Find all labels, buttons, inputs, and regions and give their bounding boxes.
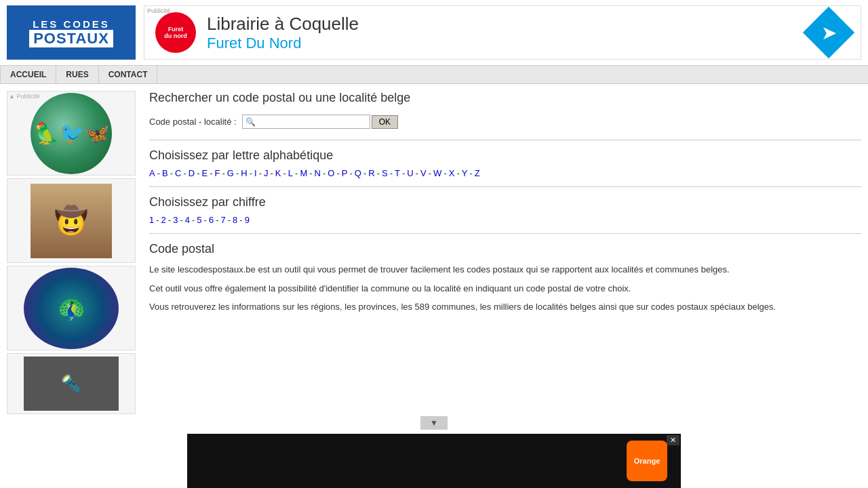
- furet-direction-icon: ➤: [803, 7, 854, 58]
- navigation: ACCUEIL RUES CONTACT: [0, 65, 868, 84]
- alpha-separator: -: [336, 168, 339, 178]
- alpha-link-r[interactable]: R: [368, 168, 374, 178]
- alphabet-links: A - B - C - D - E - F - G - H - I - J - …: [149, 168, 861, 178]
- nav-rues[interactable]: RUES: [56, 66, 98, 83]
- number-separator: -: [156, 215, 159, 225]
- postal-info-para2: Cet outil vous offre également la possib…: [149, 282, 861, 296]
- content-area: Rechercher un code postal ou une localit…: [149, 91, 861, 417]
- alpha-link-u[interactable]: U: [407, 168, 413, 178]
- birds-decoration: 🦜🐦🦋: [31, 93, 112, 174]
- alpha-separator: -: [270, 168, 273, 178]
- alpha-separator: -: [456, 168, 459, 178]
- alpha-separator: -: [429, 168, 431, 178]
- number-link-7[interactable]: 7: [220, 215, 225, 225]
- furet-logo: Furetdu nord: [155, 12, 196, 53]
- nav-contact[interactable]: CONTACT: [99, 66, 158, 83]
- alpha-link-z[interactable]: Z: [475, 168, 480, 178]
- alpha-link-k[interactable]: K: [275, 168, 281, 178]
- alpha-link-p[interactable]: P: [342, 168, 348, 178]
- divider-1: [149, 140, 861, 140]
- search-input-wrap: 🔍: [242, 115, 370, 129]
- logo-les: LES CODES: [33, 18, 110, 30]
- alpha-link-o[interactable]: O: [328, 168, 334, 178]
- number-separator: -: [192, 215, 195, 225]
- alpha-link-l[interactable]: L: [288, 168, 293, 178]
- chevron-down-icon: ▼: [430, 418, 438, 424]
- alpha-separator: -: [197, 168, 199, 178]
- postal-info-para3: Vous retrouverez les informations sur le…: [149, 300, 861, 314]
- alpha-separator: -: [236, 168, 239, 178]
- alpha-link-i[interactable]: I: [254, 168, 257, 178]
- alpha-separator: -: [416, 168, 418, 178]
- alpha-separator: -: [170, 168, 173, 178]
- alpha-separator: -: [210, 168, 212, 178]
- alpha-separator: -: [309, 168, 312, 178]
- alpha-separator: -: [323, 168, 326, 178]
- number-link-3[interactable]: 3: [173, 215, 178, 225]
- scroll-down-button[interactable]: ▼: [420, 416, 448, 424]
- alpha-link-q[interactable]: Q: [355, 168, 361, 178]
- number-link-4[interactable]: 4: [185, 215, 190, 225]
- number-separator: -: [228, 215, 231, 225]
- sidebar-ad-torch: 🔦: [7, 353, 136, 414]
- alpha-link-t[interactable]: T: [395, 168, 400, 178]
- alpha-link-c[interactable]: C: [175, 168, 181, 178]
- number-title: Choisissez par chiffre: [149, 195, 861, 209]
- furet-text: Librairie à Coquelle Furet Du Nord: [207, 14, 359, 52]
- cowboy-decoration: 🤠: [31, 184, 112, 258]
- postal-info-para1: Le site lescodespostaux.be est un outil …: [149, 263, 861, 277]
- sidebar-cowboy-image: 🤠: [7, 179, 135, 262]
- alpha-separator: -: [402, 168, 405, 178]
- alpha-separator: -: [443, 168, 446, 178]
- sidebar-torch-image: 🔦: [7, 354, 135, 413]
- alphabet-section: Choisissez par lettre alphabétique A - B…: [149, 148, 861, 178]
- alpha-link-b[interactable]: B: [162, 168, 168, 178]
- number-link-8[interactable]: 8: [233, 215, 237, 225]
- alpha-separator: -: [183, 168, 186, 178]
- number-link-6[interactable]: 6: [209, 215, 214, 225]
- search-title: Rechercher un code postal ou une localit…: [149, 91, 861, 105]
- alpha-separator: -: [259, 168, 262, 178]
- number-link-1[interactable]: 1: [149, 215, 154, 225]
- number-separator: -: [204, 215, 207, 225]
- alpha-separator: -: [469, 168, 472, 178]
- alpha-link-v[interactable]: V: [420, 168, 427, 178]
- alpha-link-y[interactable]: Y: [462, 168, 468, 178]
- peacock-decoration: 🦚: [24, 268, 119, 349]
- number-link-5[interactable]: 5: [197, 215, 201, 225]
- number-link-2[interactable]: 2: [161, 215, 166, 225]
- furet-subtitle: Furet Du Nord: [207, 35, 359, 52]
- alpha-link-e[interactable]: E: [202, 168, 208, 178]
- alpha-link-d[interactable]: D: [189, 168, 195, 178]
- torch-decoration: 🔦: [24, 357, 119, 411]
- alpha-link-a[interactable]: A: [149, 168, 155, 178]
- search-label: Code postal - localité :: [149, 117, 237, 127]
- nav-accueil[interactable]: ACCUEIL: [0, 66, 56, 83]
- arrow-icon: ➤: [821, 22, 837, 44]
- alpha-link-m[interactable]: M: [300, 168, 307, 178]
- divider-3: [149, 233, 861, 234]
- alpha-separator: -: [363, 168, 366, 178]
- alpha-link-f[interactable]: F: [215, 168, 220, 178]
- alpha-separator: -: [157, 168, 160, 178]
- alpha-link-s[interactable]: S: [382, 168, 388, 178]
- search-input[interactable]: [258, 117, 367, 127]
- alpha-link-h[interactable]: H: [241, 168, 247, 178]
- site-logo[interactable]: LES CODES POSTAUX: [7, 5, 136, 60]
- sidebar-ad-peacock: 🦚: [7, 266, 136, 350]
- alpha-link-x[interactable]: X: [449, 168, 455, 178]
- alpha-link-n[interactable]: N: [315, 168, 321, 178]
- number-section: Choisissez par chiffre 1 - 2 - 3 - 4 - 5…: [149, 195, 861, 225]
- sidebar-peacock-image: 🦚: [7, 266, 135, 350]
- alpha-link-j[interactable]: J: [264, 168, 269, 178]
- alpha-link-w[interactable]: W: [433, 168, 441, 178]
- alpha-separator: -: [295, 168, 298, 178]
- main-content: ▲ Publicité 🦜🐦🦋 🤠 🦚 🔦 Rechercher un code…: [0, 84, 868, 424]
- banner-advertisement: Publicité Furetdu nord Librairie à Coque…: [144, 5, 861, 60]
- alpha-title: Choisissez par lettre alphabétique: [149, 148, 861, 163]
- furet-title: Librairie à Coquelle: [207, 14, 359, 35]
- search-ok-button[interactable]: OK: [372, 115, 398, 129]
- number-link-9[interactable]: 9: [245, 215, 250, 225]
- alpha-link-g[interactable]: G: [227, 168, 234, 178]
- number-separator: -: [180, 215, 182, 225]
